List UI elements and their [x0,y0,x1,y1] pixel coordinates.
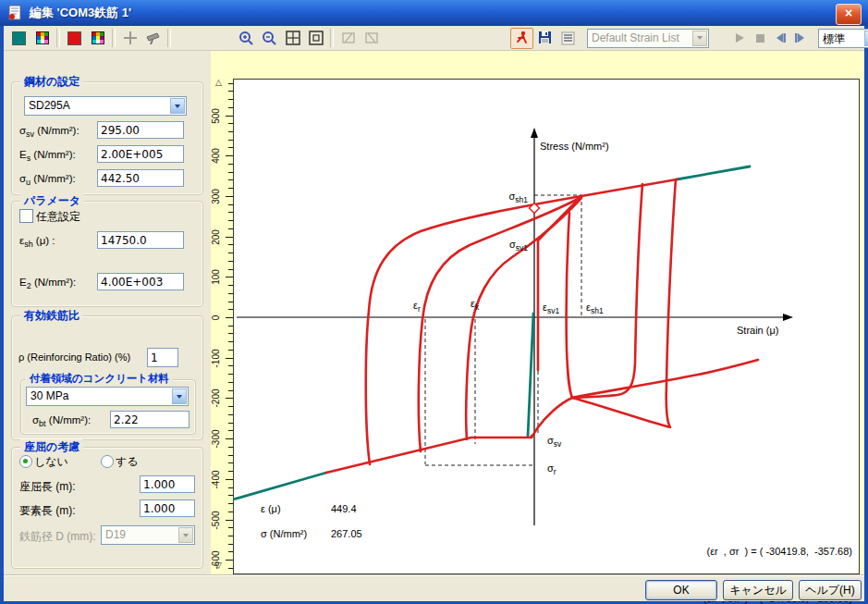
curve-palette-button[interactable] [86,28,109,49]
palette-icon [36,31,49,44]
optional-checkbox[interactable] [19,209,33,223]
step-back-button[interactable] [770,28,790,49]
bar-diameter-label: 鉄筋径 D (mm): [19,529,96,545]
element-length-field[interactable] [140,499,195,517]
export-button[interactable] [533,28,556,49]
running-man-icon [515,31,529,46]
preset-value: 標準 [823,31,862,47]
sigma-sv1-label: σsv1 [509,239,528,253]
v-tick [226,196,233,197]
sigma-sv-field[interactable] [97,121,184,139]
bar-diameter-combobox: D19 [101,525,195,545]
dashed-guides [425,195,581,465]
list-icon [561,31,575,45]
e2-label: E2 (N/mm²): [19,277,76,290]
report-list-button[interactable] [556,28,580,49]
client-area: Default Strain List 標準 鋼材の設定 SD295A σs [4,26,864,600]
e2-field[interactable] [97,273,184,290]
es-label: Es (N/mm²): [19,149,76,163]
stress-readout-value: 267.05 [331,528,362,539]
strain-readout-label: ε (μ) [261,503,281,514]
rho-field[interactable] [147,348,178,367]
toolbar-separator [112,29,116,47]
step-forward-button[interactable] [790,28,811,49]
sigma-bt-field[interactable] [110,411,189,428]
cancel-button[interactable]: キャンセル [723,580,793,600]
scroll-up-indicator[interactable]: △ [215,78,222,87]
step-forward-icon [794,32,807,43]
v-tick [226,116,233,117]
eps-sh-field[interactable] [97,231,184,249]
legend-line: (εr , σr ) = ( -30419.8, -357.68) [555,544,852,560]
zoom-region-icon [309,31,324,45]
v-tick [226,438,233,439]
concrete-value: 30 MPa [31,389,170,402]
stress-readout-label: σ (N/mm²) [261,528,307,539]
v-tick [226,277,233,277]
measure-tool-button[interactable] [141,28,165,49]
crosshair-button[interactable] [118,28,141,49]
strain-axis-arrow [783,314,793,321]
buckling-yes-label: する [116,454,139,470]
steel-grade-combobox[interactable]: SD295A [24,96,187,116]
v-tick [226,398,233,399]
fit-view-button[interactable] [281,28,304,49]
pan-right-button [360,28,383,49]
help-button[interactable]: ヘルプ(H) [799,580,862,600]
stress-strain-plot[interactable]: Stress (N/mm²) Strain (μ) σsh1 σsv1 εr ε… [233,79,860,574]
chevron-down-icon[interactable] [172,388,187,404]
steel-grade-value: SD295A [29,99,168,112]
chevron-down-icon[interactable] [170,98,185,114]
curve-color-button[interactable] [63,28,86,49]
group-title: 鋼材の設定 [20,74,83,90]
fit-window-icon [286,31,300,45]
preset-combobox[interactable]: 標準 [818,29,868,48]
play-button [729,28,750,49]
chart-region: △ ▽ 5004003002001000-100-200-300-400-500… [211,51,864,600]
zoom-out-icon [262,31,277,46]
stop-button [750,28,770,49]
buckling-yes-radio[interactable] [101,455,114,468]
v-tick [226,520,233,521]
footer-bar: OK キャンセル ヘルプ(H) [4,575,864,601]
zoom-in-button[interactable] [235,28,258,49]
v-tick-label: 400 [211,138,223,175]
strain-list-value: Default Strain List [592,31,691,44]
sigma-sv-label: σsv (N/mm²): [19,125,79,139]
surveyor-level-icon [145,31,161,45]
sigma-u-field[interactable] [97,169,184,187]
zoom-out-button[interactable] [258,28,281,49]
v-tick-label: 200 [211,218,223,255]
sigma-u-label: σu (N/mm²): [19,173,76,187]
toolbar-separator [330,29,334,47]
chevron-down-icon [178,527,193,543]
v-tick-label: 500 [211,97,223,134]
buckling-no-radio[interactable] [19,455,32,468]
eps-sv1-label: εsv1 [543,302,559,315]
window-title: 編集 'COM3鉄筋 1' [30,5,131,21]
chevron-down-icon[interactable] [864,31,868,46]
backbone-color-button[interactable] [7,28,31,49]
v-ruler: △ ▽ 5004003002001000-100-200-300-400-500… [211,77,233,574]
ok-button[interactable]: OK [645,580,717,600]
bar-diameter-value: D19 [105,528,177,541]
toolbar-separator [167,29,171,47]
v-tick [226,237,233,238]
run-analysis-button[interactable] [510,28,533,49]
es-field[interactable] [97,145,184,163]
pan-left-button [336,28,360,49]
v-tick-label: -400 [211,461,223,498]
v-tick-label: 300 [211,178,223,215]
reinforcing-ratio-group: 有効鉄筋比 ρ (Reinforcing Ratio) (%) 付着領域のコンク… [11,315,203,440]
concrete-combobox[interactable]: 30 MPa [26,387,189,406]
buckling-length-field[interactable] [140,475,195,493]
eps-sh1-label: εsh1 [586,302,604,315]
backbone-palette-button[interactable] [31,28,54,49]
crosshair-icon [123,31,138,45]
palette-icon [92,31,104,44]
close-button[interactable]: × [836,4,862,25]
group-title: 有効鉄筋比 [20,308,83,324]
v-tick [226,317,233,318]
zoom-region-button[interactable] [304,28,327,49]
strain-list-combobox: Default Strain List [587,29,709,48]
